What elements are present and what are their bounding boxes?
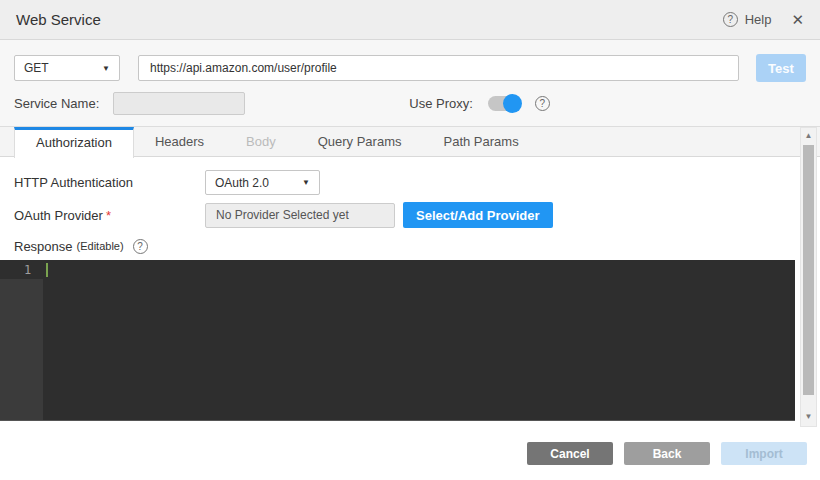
http-authentication-label: HTTP Authentication (14, 175, 205, 190)
editor-gutter (0, 260, 43, 420)
import-button[interactable]: Import (721, 442, 807, 465)
dialog-header: Web Service ? Help ✕ (0, 0, 820, 40)
tab-authorization[interactable]: Authorization (14, 127, 134, 158)
response-help-icon[interactable]: ? (133, 239, 148, 254)
scroll-up-icon[interactable]: ▲ (801, 129, 816, 143)
oauth-provider-field[interactable]: No Provider Selected yet (205, 203, 395, 228)
vertical-scrollbar[interactable]: ▲ ▼ (800, 127, 817, 427)
help-label[interactable]: Help (745, 12, 772, 27)
close-icon[interactable]: ✕ (791, 11, 804, 29)
web-service-dialog: Web Service ? Help ✕ GET ▼ Test Service … (0, 0, 820, 480)
editor-active-line (0, 260, 795, 279)
request-toolbar: GET ▼ Test Service Name: Use Proxy: ? (0, 40, 820, 126)
toggle-knob (503, 94, 522, 113)
response-editor[interactable]: 1 (0, 260, 795, 421)
tab-path-params[interactable]: Path Params (422, 127, 539, 156)
help-icon[interactable]: ? (723, 12, 738, 27)
response-editable-label: (Editable) (77, 240, 124, 252)
authorization-panel: HTTP Authentication OAuth 2.0 ▼ OAuth Pr… (0, 170, 820, 421)
oauth-provider-label: OAuth Provider* (14, 208, 205, 223)
response-label: Response (14, 239, 73, 254)
cancel-button[interactable]: Cancel (527, 442, 613, 465)
editor-line-number: 1 (24, 263, 31, 277)
tab-bar: Authorization Headers Body Query Params … (0, 126, 820, 157)
editor-cursor (46, 263, 48, 277)
chevron-down-icon: ▼ (102, 64, 110, 73)
oauth-provider-value: No Provider Selected yet (216, 208, 349, 222)
proxy-help-icon[interactable]: ? (535, 96, 550, 111)
http-method-value: GET (24, 61, 49, 75)
page-title: Web Service (16, 11, 101, 28)
scrollbar-thumb[interactable] (803, 145, 814, 395)
select-add-provider-button[interactable]: Select/Add Provider (403, 202, 553, 228)
url-input[interactable] (138, 55, 739, 81)
back-button[interactable]: Back (624, 442, 710, 465)
scroll-down-icon[interactable]: ▼ (801, 410, 816, 424)
service-name-input[interactable] (113, 92, 245, 115)
required-asterisk: * (106, 208, 111, 223)
tab-body[interactable]: Body (225, 127, 297, 156)
http-authentication-select[interactable]: OAuth 2.0 ▼ (205, 170, 320, 195)
http-method-select[interactable]: GET ▼ (14, 55, 120, 81)
http-authentication-value: OAuth 2.0 (215, 176, 269, 190)
tab-headers[interactable]: Headers (134, 127, 225, 156)
tab-query-params[interactable]: Query Params (297, 127, 423, 156)
use-proxy-label: Use Proxy: (409, 96, 473, 111)
service-name-label: Service Name: (14, 96, 99, 111)
test-button[interactable]: Test (756, 54, 806, 82)
chevron-down-icon: ▼ (302, 178, 310, 187)
use-proxy-toggle[interactable] (488, 96, 520, 111)
dialog-footer: Cancel Back Import (0, 427, 820, 480)
